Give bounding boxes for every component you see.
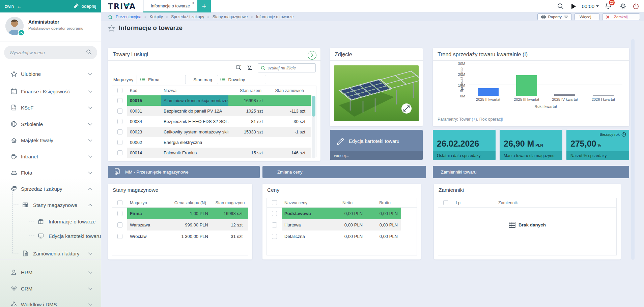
kpi-marza[interactable]: 26,90 MPLN Marża towaru dla magazynu bbox=[500, 130, 562, 160]
open-panel-button[interactable] bbox=[308, 51, 316, 60]
app-logo[interactable]: TRIVA bbox=[108, 2, 142, 12]
close-page-button[interactable]: Zamknij bbox=[602, 13, 640, 20]
trend-bar bbox=[554, 94, 575, 96]
more-button[interactable]: Więcej... bbox=[575, 13, 599, 20]
towary-table-row[interactable]: 00014 Falownik Fronius 15 szt 146 szt bbox=[112, 148, 311, 158]
sidebar-item-informacje-o-towarze[interactable]: Informacje o towarze bbox=[0, 215, 101, 228]
breadcrumb-item[interactable]: Prezentacyjna bbox=[116, 14, 141, 19]
sidebar-item-stany-magazynowe[interactable]: Stany magazynowe bbox=[0, 198, 101, 212]
breadcrumb-item[interactable]: Kokpity bbox=[149, 14, 163, 19]
play-icon bbox=[571, 4, 576, 9]
select-all-checkbox[interactable] bbox=[443, 200, 448, 205]
globe-icon bbox=[10, 121, 18, 127]
user-name: Administrator bbox=[28, 19, 59, 25]
towary-table-row[interactable]: 00062 Energia elektryczna bbox=[112, 137, 311, 148]
unpin-sidebar-button[interactable]: odepnij bbox=[74, 3, 96, 9]
kpi-ostatnia-data[interactable]: 26.02.2026 Ostatnia data sprzedaży bbox=[433, 130, 496, 160]
breadcrumb-item[interactable]: Sprzedaż i zakupy bbox=[171, 14, 204, 19]
sidebar-item-hrm[interactable]: HRM bbox=[0, 266, 101, 279]
row-checkbox[interactable] bbox=[117, 222, 122, 227]
select-all-checkbox[interactable] bbox=[272, 200, 277, 205]
sidebar-item-edycja-kartoteki[interactable]: Edycja kartoteki towaru bbox=[0, 229, 101, 243]
chevron-down-icon bbox=[88, 301, 92, 307]
sidebar-item-finanse[interactable]: Finanse i Księgowość bbox=[0, 85, 101, 98]
stany-table-row[interactable]: Firma 1,00 PLN 16998 szt bbox=[112, 208, 248, 219]
row-checkbox[interactable] bbox=[117, 119, 122, 124]
chevron-up-icon bbox=[88, 186, 92, 192]
car-icon bbox=[10, 170, 18, 176]
sidebar-item-workflow[interactable]: Workflow i DMS bbox=[0, 298, 101, 307]
sidebar-item-zamowienia[interactable]: Zamówienia i faktury bbox=[0, 247, 101, 260]
tab-informacje-o-towarze[interactable]: Informacje o towarze x bbox=[143, 0, 197, 12]
filter-icon[interactable] bbox=[247, 64, 253, 72]
row-checkbox[interactable] bbox=[117, 211, 122, 216]
row-checkbox[interactable] bbox=[117, 129, 122, 134]
select-all-checkbox[interactable] bbox=[117, 200, 122, 205]
chart-x-axis-title: Rok i kwartał bbox=[469, 104, 622, 109]
magazyny-select[interactable]: Firma bbox=[137, 75, 186, 84]
pin-icon bbox=[74, 3, 79, 9]
sidebar-item-majatek[interactable]: Majątek trwały bbox=[0, 133, 101, 147]
product-photo[interactable] bbox=[334, 65, 419, 121]
breadcrumb-item[interactable]: Informacje o towarze bbox=[256, 14, 293, 19]
row-checkbox[interactable] bbox=[117, 98, 122, 103]
row-checkbox[interactable] bbox=[117, 234, 122, 239]
panel-zdjecie: Zdjęcie bbox=[330, 48, 423, 126]
invoice-icon bbox=[22, 250, 29, 256]
breadcrumb-item[interactable]: Stany magazynowe bbox=[213, 14, 248, 19]
search-icon bbox=[86, 49, 92, 56]
row-checkbox[interactable] bbox=[117, 140, 122, 145]
towary-table-row[interactable]: 00015 Aluminiowa konstrukcja montażowa 1… bbox=[112, 95, 311, 106]
advanced-search-icon[interactable]: * bbox=[235, 64, 242, 72]
sidebar-item-ksef[interactable]: KSeF KSeF bbox=[0, 101, 101, 114]
sidebar-item-sprzedaz[interactable]: Sprzedaż i zakupy bbox=[0, 182, 101, 195]
stany-table-row[interactable]: Wrocław 1 300,00 PLN 31 szt bbox=[112, 231, 248, 242]
row-checkbox[interactable] bbox=[272, 234, 277, 239]
row-checkbox[interactable] bbox=[117, 150, 122, 155]
towary-table-row[interactable]: 00034 Bezpiecznik F-EEO FDS-32 SOLAR gPV… bbox=[112, 116, 311, 127]
collapse-sidebar-button[interactable]: zwiń ← bbox=[5, 3, 22, 9]
stan-mag-select[interactable]: Dowolny bbox=[217, 75, 266, 84]
sidebar-item-szkolenie[interactable]: Szkolenie bbox=[0, 117, 101, 131]
select-all-checkbox[interactable] bbox=[117, 88, 122, 93]
row-checkbox[interactable] bbox=[272, 211, 277, 216]
row-checkbox[interactable] bbox=[117, 109, 122, 114]
zamienniki-towaru-button[interactable]: Zamienniki towaru bbox=[433, 166, 629, 178]
ceny-table-row[interactable]: Hurtowa 0,00 PLN 0,00 PLN bbox=[267, 219, 417, 231]
avatar-expand-button[interactable] bbox=[18, 29, 25, 36]
kpi-narzut[interactable]: Bieżący rok 275,00% Narzut % sprzedaży bbox=[566, 130, 629, 160]
tab-close-icon[interactable]: x bbox=[192, 1, 194, 5]
sidebar-item-crm[interactable]: CRM bbox=[0, 282, 101, 295]
ceny-table-row[interactable]: Detaliczna 0,00 PLN 0,00 PLN bbox=[267, 231, 417, 242]
edycja-more-button[interactable]: więcej... bbox=[330, 151, 423, 160]
close-icon bbox=[606, 15, 610, 19]
zmiana-ceny-button[interactable]: Zmiana ceny bbox=[262, 166, 426, 178]
settings-button[interactable] bbox=[619, 0, 626, 12]
sidebar-item-flota[interactable]: Flota bbox=[0, 166, 101, 179]
home-icon[interactable] bbox=[108, 14, 113, 19]
list-search-input[interactable] bbox=[268, 66, 313, 70]
new-tab-button[interactable]: + bbox=[197, 0, 211, 12]
sidebar-item-ulubione[interactable]: Ulubione bbox=[0, 67, 101, 81]
towary-table-row[interactable]: 00031 Bezpiecznik do paneli PV 12A 1025 … bbox=[112, 106, 311, 116]
ceny-table-row[interactable]: Podstawowa 0,00 PLN 0,00 PLN bbox=[267, 208, 417, 219]
edycja-kartoteki-button[interactable]: Edycja kartoteki towaru więcej... bbox=[330, 130, 423, 160]
menu-search-input[interactable] bbox=[9, 50, 86, 55]
row-checkbox[interactable] bbox=[272, 222, 277, 227]
play-button[interactable] bbox=[571, 0, 576, 12]
reports-button[interactable]: Raporty bbox=[537, 13, 572, 20]
favorite-star-icon[interactable] bbox=[108, 25, 115, 33]
panel-ceny: Ceny Nazwa ceny Netto Brutto Podstawowa … bbox=[262, 184, 421, 259]
notifications-button[interactable]: 23 bbox=[605, 0, 612, 12]
chevron-up-icon bbox=[88, 202, 92, 208]
page-scrollbar[interactable] bbox=[631, 39, 635, 260]
towary-table-row[interactable]: 00023 Całkowity system montażowy składaj… bbox=[112, 127, 311, 137]
stany-table-row[interactable]: Warszawa 999,00 PLN 12 szt bbox=[112, 219, 248, 231]
global-search-button[interactable] bbox=[557, 0, 564, 12]
kpi-label: Marża towaru dla magazynu bbox=[500, 151, 562, 160]
scrollbar-thumb[interactable] bbox=[312, 96, 315, 117]
timer[interactable]: 00:00 bbox=[582, 0, 599, 12]
power-button[interactable] bbox=[633, 0, 639, 12]
mm-przesuniecie-button[interactable]: MM - Przesunięcie magazynowe bbox=[108, 166, 260, 178]
sidebar-item-intranet[interactable]: Intranet bbox=[0, 150, 101, 163]
